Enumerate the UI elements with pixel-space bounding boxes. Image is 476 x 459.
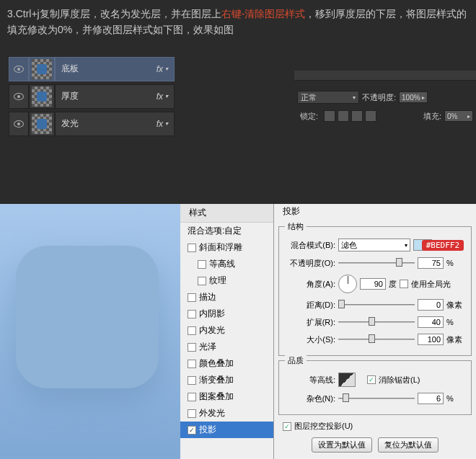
red-text: 右键-清除图层样式 — [221, 8, 306, 19]
style-checkbox[interactable] — [188, 326, 196, 335]
fx-icon[interactable]: fx — [157, 119, 168, 129]
style-checkbox[interactable] — [198, 277, 206, 285]
style-checkbox[interactable] — [188, 376, 196, 385]
style-label: 渐变叠加 — [199, 374, 234, 386]
layer-thumb[interactable] — [29, 57, 55, 81]
style-checkbox[interactable] — [188, 310, 196, 318]
style-item-10[interactable]: 外发光 — [180, 405, 273, 422]
style-label: 内阴影 — [199, 308, 225, 320]
knockout-checkbox[interactable]: ✓ — [283, 422, 291, 431]
style-checkbox[interactable] — [188, 393, 196, 401]
layer-name-text: 厚度 — [61, 90, 79, 102]
style-item-4[interactable]: 内阴影 — [180, 306, 273, 322]
opacity-label: 不透明度: — [362, 92, 396, 103]
blend-mode-select[interactable]: 正常 — [297, 91, 359, 104]
opacity-slider[interactable] — [338, 258, 415, 268]
lock-label: 锁定: — [300, 111, 318, 122]
contour-picker[interactable] — [338, 373, 356, 387]
style-label: 斜面和浮雕 — [199, 241, 242, 254]
layer-name-cell[interactable]: 发光fx — [55, 112, 175, 136]
distance-slider[interactable] — [338, 300, 415, 310]
blend-mode-label: 混合模式(B): — [283, 240, 335, 251]
global-light-label: 使用全局光 — [411, 279, 451, 290]
distance-input[interactable]: 0 — [418, 299, 444, 311]
style-checkbox[interactable] — [188, 293, 196, 302]
spread-label: 扩展(R): — [283, 317, 335, 328]
shadow-panel: 投影 结构 #BEDFF2 混合模式(B): 滤色 不透明度(O): 75 % … — [274, 204, 476, 459]
style-label: 投影 — [199, 424, 216, 436]
spread-input[interactable]: 40 — [418, 316, 444, 328]
noise-slider[interactable] — [338, 393, 415, 404]
style-checkbox[interactable]: ✓ — [188, 426, 196, 435]
quality-title: 品质 — [285, 355, 307, 366]
blend-panel: 正常 不透明度: 100% 锁定: 填充: 0% — [294, 86, 476, 130]
size-slider[interactable] — [338, 334, 415, 344]
style-label: 外发光 — [199, 407, 225, 419]
shadow-blend-select[interactable]: 滤色 — [338, 239, 410, 251]
style-item-7[interactable]: 颜色叠加 — [180, 355, 273, 372]
layer-row-0[interactable]: 底板fx — [9, 57, 175, 81]
style-label: 图案叠加 — [199, 391, 234, 403]
shadow-opacity-label: 不透明度(O): — [283, 258, 335, 269]
layer-row-2[interactable]: 发光fx — [9, 112, 175, 136]
layers-panel: 底板fx 厚度fx 发光fx — [9, 57, 175, 136]
style-item-5[interactable]: 内发光 — [180, 322, 273, 339]
size-input[interactable]: 100 — [418, 334, 444, 345]
opacity-value[interactable]: 100% — [399, 92, 428, 103]
style-item-8[interactable]: 渐变叠加 — [180, 372, 273, 388]
fx-icon[interactable]: fx — [157, 64, 168, 74]
hex-tag: #BEDFF2 — [422, 240, 464, 251]
layer-row-1[interactable]: 厚度fx — [9, 84, 175, 109]
visibility-toggle[interactable] — [9, 84, 29, 109]
antialias-checkbox[interactable]: ✓ — [367, 375, 376, 384]
visibility-toggle[interactable] — [9, 112, 29, 136]
noise-input[interactable]: 6 — [418, 393, 444, 404]
set-default-button[interactable]: 设置为默认值 — [312, 437, 372, 453]
visibility-toggle[interactable] — [9, 57, 29, 81]
fx-icon[interactable]: fx — [157, 92, 168, 102]
blend-options-item[interactable]: 混合选项:自定 — [180, 223, 273, 239]
style-item-2[interactable]: 纹理 — [180, 272, 273, 289]
angle-dial[interactable] — [338, 275, 357, 293]
lock-position-icon[interactable] — [351, 110, 363, 122]
layer-name-cell[interactable]: 底板fx — [55, 57, 175, 81]
fill-value[interactable]: 0% — [444, 110, 473, 122]
style-label: 描边 — [199, 291, 216, 303]
contour-label: 等高线: — [283, 375, 335, 386]
style-item-6[interactable]: 光泽 — [180, 339, 273, 355]
opacity-input[interactable]: 75 — [418, 257, 444, 269]
noise-label: 杂色(N): — [283, 393, 335, 404]
lock-pixels-icon[interactable] — [338, 110, 349, 122]
size-unit: 像素 — [446, 334, 462, 345]
style-label: 等高线 — [209, 258, 235, 270]
style-item-9[interactable]: 图案叠加 — [180, 388, 273, 405]
layer-thumb[interactable] — [29, 84, 55, 109]
style-checkbox[interactable] — [188, 244, 196, 252]
structure-title: 结构 — [285, 221, 307, 232]
reset-default-button[interactable]: 复位为默认值 — [378, 437, 438, 453]
lock-icons — [324, 110, 376, 122]
spread-slider[interactable] — [338, 317, 415, 327]
style-item-11[interactable]: ✓投影 — [180, 422, 273, 438]
style-checkbox[interactable] — [188, 343, 196, 352]
styles-header[interactable]: 样式 — [180, 204, 273, 223]
style-checkbox[interactable] — [188, 360, 196, 368]
style-item-1[interactable]: 等高线 — [180, 256, 273, 272]
lock-transparent-icon[interactable] — [324, 110, 335, 122]
lock-all-icon[interactable] — [365, 110, 376, 122]
global-light-checkbox[interactable] — [400, 280, 408, 288]
preview-area — [0, 204, 180, 459]
layer-name-cell[interactable]: 厚度fx — [55, 84, 175, 109]
style-item-3[interactable]: 描边 — [180, 289, 273, 306]
step-text: 3.Ctrl+j复制厚度层，改名为发光层，并在图层上 — [7, 8, 221, 19]
angle-input[interactable]: 90 — [360, 278, 386, 290]
fill-label: 填充: — [423, 111, 441, 122]
eye-icon — [14, 66, 24, 73]
instruction-text: 3.Ctrl+j复制厚度层，改名为发光层，并在图层上右键-清除图层样式，移到厚度… — [0, 0, 476, 44]
noise-unit: % — [446, 394, 454, 403]
style-checkbox[interactable] — [198, 260, 206, 269]
layer-name-text: 发光 — [61, 117, 79, 130]
style-checkbox[interactable] — [188, 409, 196, 418]
style-item-0[interactable]: 斜面和浮雕 — [180, 239, 273, 256]
layer-thumb[interactable] — [29, 112, 55, 136]
